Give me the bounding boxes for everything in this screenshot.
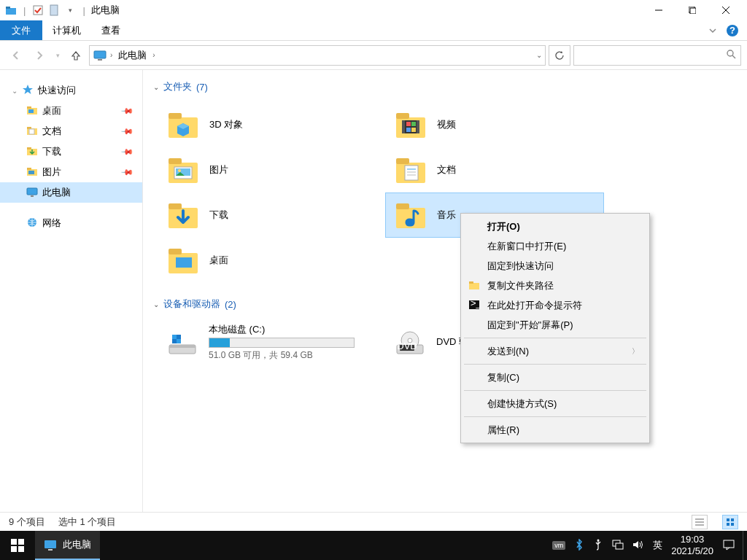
up-button[interactable] <box>66 45 86 66</box>
nav-label: 快速访问 <box>38 84 76 97</box>
svg-rect-38 <box>406 128 411 132</box>
menu-new-window[interactable]: 在新窗口中打开(E) <box>462 236 648 256</box>
help-icon[interactable]: ? <box>724 20 741 40</box>
group-folders[interactable]: ⌄ 文件夹 (7) <box>143 77 747 96</box>
explorer-icon <box>4 4 18 17</box>
svg-rect-88 <box>616 543 623 549</box>
view-icons-button[interactable] <box>722 515 738 529</box>
show-desktop-button[interactable] <box>743 531 747 560</box>
breadcrumb-root[interactable]: 此电脑 <box>115 47 150 63</box>
minimize-button[interactable] <box>642 0 676 20</box>
tab-computer[interactable]: 计算机 <box>42 20 91 40</box>
address-dropdown-icon[interactable]: ⌄ <box>536 51 542 59</box>
svg-rect-62 <box>172 335 177 339</box>
svg-rect-84 <box>44 540 56 548</box>
menu-copy-path[interactable]: 复制文件夹路径 <box>462 276 648 295</box>
menu-open-cmd[interactable]: >_ 在此处打开命令提示符 <box>462 295 648 315</box>
svg-rect-80 <box>11 539 17 545</box>
chevron-down-icon: ⌄ <box>153 300 159 308</box>
address-bar[interactable]: › 此电脑 › ⌄ <box>89 45 546 66</box>
svg-rect-1 <box>6 7 10 9</box>
svg-rect-24 <box>27 168 31 170</box>
forward-button[interactable] <box>29 45 50 66</box>
vm-icon[interactable]: vm <box>552 541 565 550</box>
this-pc-icon <box>93 48 107 63</box>
folder-downloads[interactable]: 下载 <box>158 192 376 238</box>
taskbar-clock[interactable]: 19:03 2021/5/20 <box>671 534 713 556</box>
svg-text:DVD: DVD <box>397 341 417 351</box>
nav-pictures[interactable]: 图片 📌 <box>0 162 142 182</box>
search-box[interactable] <box>573 45 741 66</box>
svg-rect-81 <box>18 539 24 545</box>
menu-label: 属性(R) <box>487 424 519 437</box>
recent-dropdown-icon[interactable]: ▾ <box>53 45 63 66</box>
folder-pictures[interactable]: 图片 <box>158 147 376 192</box>
qat-file-icon[interactable] <box>47 4 61 17</box>
folder-documents[interactable]: 文档 <box>385 147 604 192</box>
nav-quick-access[interactable]: ⌄ 快速访问 <box>0 80 142 101</box>
folder-desktop[interactable]: 桌面 <box>158 238 376 283</box>
menu-pin-quick[interactable]: 固定到快速访问 <box>462 256 648 276</box>
menu-pin-start[interactable]: 固定到"开始"屏幕(P) <box>462 315 648 335</box>
menu-separator <box>464 364 646 365</box>
folder-icon <box>166 198 201 233</box>
svg-line-14 <box>732 55 735 58</box>
folder-icon <box>26 125 38 139</box>
ime-indicator[interactable]: 英 <box>653 539 662 552</box>
nav-downloads[interactable]: 下载 📌 <box>0 141 142 162</box>
view-details-button[interactable] <box>692 515 708 529</box>
bluetooth-icon[interactable] <box>574 539 584 553</box>
dvd-icon: DVD <box>392 324 427 359</box>
maximize-button[interactable] <box>676 0 709 20</box>
nav-documents[interactable]: 文档 📌 <box>0 121 142 141</box>
context-menu: 打开(O) 在新窗口中打开(E) 固定到快速访问 复制文件夹路径 >_ 在此处打… <box>460 213 650 443</box>
usb-icon[interactable] <box>593 539 603 553</box>
nav-desktop[interactable]: 桌面 📌 <box>0 101 142 121</box>
group-devices[interactable]: ⌄ 设备和驱动器 (2) <box>143 295 747 314</box>
folder-label: 桌面 <box>209 254 228 267</box>
drive-local-c[interactable]: 本地磁盘 (C:) 51.0 GB 可用，共 59.4 GB <box>158 319 376 365</box>
refresh-button[interactable] <box>549 45 570 66</box>
qat-checkbox-icon[interactable] <box>31 4 44 17</box>
svg-rect-58 <box>176 257 192 268</box>
menu-create-shortcut[interactable]: 创建快捷方式(S) <box>462 394 648 413</box>
group-count: (7) <box>196 82 208 93</box>
svg-rect-34 <box>402 120 405 133</box>
menu-separator <box>464 390 646 391</box>
menu-separator <box>464 416 646 417</box>
group-label: 设备和驱动器 <box>163 298 220 311</box>
svg-rect-89 <box>724 540 734 548</box>
menu-properties[interactable]: 属性(R) <box>462 420 648 440</box>
qat-dropdown-icon[interactable]: ▾ <box>63 4 77 17</box>
group-count: (2) <box>225 299 236 310</box>
nav-this-pc[interactable]: 此电脑 <box>0 182 142 203</box>
submenu-arrow-icon: 〉 <box>632 346 639 357</box>
volume-icon[interactable] <box>632 540 644 552</box>
back-button[interactable] <box>6 45 26 66</box>
nav-network[interactable]: 网络 <box>0 213 142 233</box>
tab-view[interactable]: 查看 <box>91 20 131 40</box>
svg-rect-63 <box>177 339 181 343</box>
nav-label: 此电脑 <box>42 186 71 199</box>
menu-open[interactable]: 打开(O) <box>462 217 648 236</box>
ribbon-collapse-icon[interactable] <box>708 20 718 40</box>
svg-text:>_: >_ <box>471 299 480 308</box>
file-tab[interactable]: 文件 <box>0 20 42 40</box>
svg-rect-25 <box>28 171 34 174</box>
notifications-icon[interactable] <box>722 539 735 553</box>
taskbar-explorer[interactable]: 此电脑 <box>35 531 100 560</box>
folder-videos[interactable]: 视频 <box>385 102 604 147</box>
svg-rect-6 <box>690 8 696 14</box>
menu-copy[interactable]: 复制(C) <box>462 368 648 387</box>
menu-label: 复制文件夹路径 <box>487 279 554 292</box>
menu-label: 复制(C) <box>487 371 519 384</box>
menu-send-to[interactable]: 发送到(N)〉 <box>462 341 648 361</box>
qat-separator: | <box>23 5 26 16</box>
close-button[interactable] <box>709 0 743 20</box>
svg-rect-16 <box>27 106 31 109</box>
network-tray-icon[interactable] <box>612 540 624 552</box>
folder-icon <box>166 107 201 142</box>
breadcrumb-sep-2[interactable]: › <box>152 51 155 59</box>
start-button[interactable] <box>0 531 35 560</box>
folder-3d-objects[interactable]: 3D 对象 <box>158 102 376 147</box>
